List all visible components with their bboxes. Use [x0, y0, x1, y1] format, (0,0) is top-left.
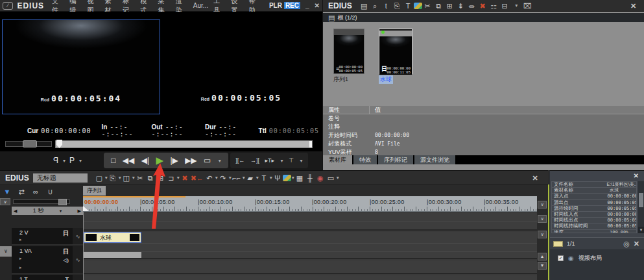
replace-icon[interactable]: ⊐	[166, 173, 176, 183]
track-header-1va[interactable]: 1 VA 日 ▸ ◁) ▸	[12, 246, 73, 274]
value-column-header[interactable]: 值	[370, 106, 381, 114]
add-cut-point-icon[interactable]: ⌐⌐	[232, 173, 242, 183]
search-icon[interactable]: ⌕	[370, 1, 381, 10]
tab-sequence-markers[interactable]: 序列标记	[378, 155, 413, 164]
loop-button[interactable]: ▭	[204, 156, 211, 165]
set-out-marker-icon[interactable]: P	[69, 156, 75, 165]
tab-source-browser[interactable]: 源文件浏览	[414, 155, 455, 164]
set-in-marker-icon[interactable]: P	[53, 156, 58, 165]
scroll-down-button[interactable]: ▼	[538, 262, 547, 270]
transition-icon[interactable]: ▰	[245, 173, 256, 183]
track-lane-1t[interactable]	[83, 261, 537, 274]
clip-color-icon[interactable]	[414, 3, 422, 9]
properties-header-row[interactable]: 属性 值	[323, 106, 644, 114]
capture-icon[interactable]: t	[381, 1, 392, 10]
track-selected-marker[interactable]: ∨	[0, 246, 12, 257]
normalize-icon[interactable]: ⏛	[466, 1, 477, 10]
speaker-icon[interactable]: ◁)	[63, 257, 69, 263]
ripple-delete-icon[interactable]: ✖←	[190, 173, 204, 183]
undo-icon[interactable]: ↶	[204, 173, 215, 183]
view-dropdown-icon[interactable]: ▾	[511, 1, 522, 10]
color-wheel-icon[interactable]: ◉	[315, 173, 326, 183]
cut-icon[interactable]: ✂	[135, 173, 145, 183]
pan-curve-icon[interactable]: ∿	[73, 246, 83, 274]
track-expand-icon[interactable]: ▸	[19, 256, 22, 261]
stop-button[interactable]: □	[111, 156, 115, 165]
info-scrollbar[interactable]: ▼	[638, 181, 644, 233]
camera-setup-icon[interactable]: ◎	[623, 239, 630, 248]
set-between-in-out-icon[interactable]	[283, 175, 291, 181]
group-sync-icon[interactable]: ∞	[29, 188, 43, 196]
next-frame-button[interactable]: |▶	[170, 156, 178, 165]
effect-enabled-checkbox[interactable]: ✓	[558, 255, 564, 261]
open-project-icon[interactable]: ⎘	[108, 173, 118, 183]
copy-icon[interactable]: ⧉	[145, 173, 156, 183]
title-icon[interactable]: T	[259, 173, 269, 183]
delete-icon[interactable]: ✖	[477, 1, 488, 10]
clip-name-label[interactable]: 序列1	[333, 75, 364, 84]
out-marker-dropdown-icon[interactable]: ▾	[79, 158, 82, 164]
bin-folder-header[interactable]: ▤ 根 (1/2)	[323, 13, 644, 22]
redo-icon[interactable]: ↷	[218, 173, 228, 183]
info-scroll-down-button[interactable]: ▼	[638, 227, 644, 233]
menu-item-aur[interactable]: Aur...	[191, 2, 211, 9]
info-close-button[interactable]: ✕	[634, 172, 639, 179]
tab-bin[interactable]: 素材库	[323, 155, 352, 164]
minimize-button[interactable]: _	[303, 2, 312, 9]
rewind-button[interactable]: ◀◀	[123, 156, 134, 165]
remove-effect-button[interactable]: ✕	[634, 239, 639, 248]
info-scrollbar-handle[interactable]	[639, 193, 643, 207]
ripple-mode-icon[interactable]: ⇄	[14, 188, 29, 196]
view-grid-icon[interactable]: ⊟	[499, 1, 510, 10]
loop-dropdown-icon[interactable]: ▾	[219, 158, 221, 164]
shuttle-handle[interactable]	[23, 140, 37, 147]
timeline-clip[interactable]: 水球	[84, 232, 141, 243]
close-button[interactable]: ✕	[312, 2, 322, 9]
folder-icon[interactable]: ▤	[359, 1, 370, 10]
snap-magnet-icon[interactable]: ⊃	[46, 185, 54, 199]
shuttle-slider[interactable]	[5, 141, 52, 147]
in-marker-dropdown-icon[interactable]: ▾	[63, 158, 66, 164]
play-around-cursor-icon[interactable]: ▸T▸	[265, 157, 274, 164]
match-frame-dropdown-icon[interactable]: ▾	[300, 158, 303, 164]
track-lane-1va[interactable]	[83, 232, 537, 259]
sequence-tab[interactable]: 序列1	[83, 186, 106, 196]
go-to-out-icon[interactable]: →][	[250, 157, 259, 164]
player-viewport[interactable]: Rcd00:00:05:04	[2, 19, 160, 114]
position-marker[interactable]	[56, 140, 62, 148]
timeline-tracks-area[interactable]: 水球	[83, 212, 537, 280]
track-header-1t[interactable]: 1 T T	[12, 275, 73, 280]
track-expand-icon[interactable]: ▸	[19, 237, 22, 242]
timeline-close-button[interactable]: ✕	[530, 173, 540, 183]
track-filter-icon[interactable]: ▼	[0, 188, 14, 196]
playhead-marker[interactable]	[83, 206, 89, 211]
save-project-icon[interactable]: ◫	[121, 173, 132, 183]
previous-frame-button[interactable]: ◀|	[141, 156, 149, 165]
copy-icon[interactable]: ⧉	[433, 1, 444, 10]
pan-curve-icon[interactable]: ∿	[73, 228, 83, 245]
scroll-button[interactable]: ∨	[538, 231, 547, 238]
zoom-slider-handle[interactable]	[58, 199, 67, 205]
toggle-grid-icon[interactable]: ▦	[294, 173, 305, 183]
pan-curve-icon[interactable]: ∿	[73, 275, 83, 280]
paste-icon[interactable]: ⊞	[156, 173, 166, 183]
bin-clip-card[interactable]: ≡ 00:00:00:00 00:00:05:05 序列1	[333, 29, 364, 83]
bin-clip-card-selected[interactable]: 日 00:00:00:00 00:00:11:05 水球	[379, 29, 412, 83]
title-icon[interactable]: T	[403, 1, 414, 10]
effect-name-label[interactable]: 视频布局	[578, 254, 602, 262]
scale-step-right-icon[interactable]: ▶	[78, 209, 81, 214]
toolbox-icon[interactable]: ⌧	[522, 1, 533, 10]
properties-icon[interactable]: ⚏	[488, 1, 499, 10]
delete-icon[interactable]: ✖	[180, 173, 190, 183]
play-button[interactable]: ▶	[156, 155, 163, 166]
track-header-2v[interactable]: 2 V 日 ▸	[12, 228, 73, 245]
track-lane-2v[interactable]	[83, 213, 537, 231]
position-bar[interactable]	[55, 140, 313, 148]
pin-icon[interactable]: ⇟	[455, 1, 466, 10]
track-expand-icon[interactable]: ▸	[19, 265, 22, 270]
tab-effects[interactable]: 特效	[353, 155, 377, 164]
scroll-up-button[interactable]: ▲	[538, 253, 547, 261]
playhead-line[interactable]	[83, 212, 84, 280]
cut-icon[interactable]: ✂	[422, 1, 433, 10]
scroll-button[interactable]: ∨	[538, 201, 547, 209]
